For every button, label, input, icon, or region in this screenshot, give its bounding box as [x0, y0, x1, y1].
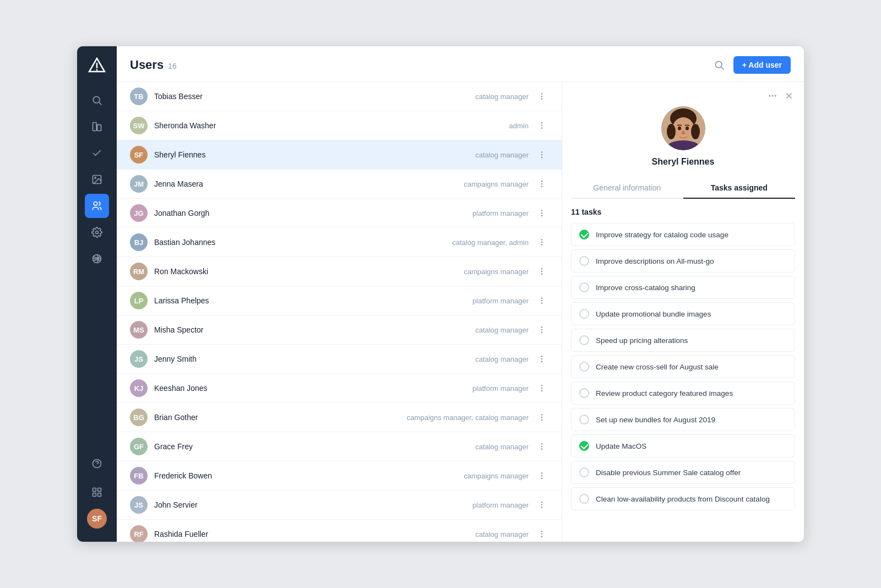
user-more-button[interactable] [535, 383, 548, 394]
sidebar-item-settings[interactable] [85, 220, 109, 244]
task-checkbox[interactable] [579, 309, 589, 319]
svg-point-39 [541, 271, 543, 273]
user-initials: TB [134, 92, 143, 101]
user-initials: JG [134, 209, 143, 217]
sidebar-item-tasks[interactable] [85, 141, 109, 165]
detail-tab-1[interactable]: Tasks assigned [683, 178, 796, 199]
task-checkbox[interactable] [579, 230, 589, 239]
user-more-button[interactable] [535, 412, 548, 423]
user-row[interactable]: FB Frederick Bowen campaigns manager [117, 461, 562, 491]
task-item[interactable]: Improve strategy for catalog code usage [571, 223, 795, 246]
svg-point-55 [541, 419, 543, 421]
task-item[interactable]: Set up new bundles for August 2019 [571, 408, 795, 431]
svg-point-59 [541, 472, 543, 474]
sidebar-item-help[interactable] [85, 451, 109, 476]
task-checkbox[interactable] [579, 362, 589, 372]
user-more-button[interactable] [535, 120, 548, 131]
sidebar-item-apps[interactable] [85, 480, 109, 504]
user-initials: LP [134, 297, 144, 305]
user-row[interactable]: GF Grace Frey catalog manager [117, 432, 562, 461]
user-initials: JS [134, 501, 143, 509]
sidebar-item-media[interactable] [85, 167, 109, 192]
svg-point-52 [541, 390, 543, 391]
user-row[interactable]: BJ Bastian Johannes catalog manager, adm… [117, 228, 562, 257]
task-checkbox[interactable] [579, 441, 589, 451]
task-item[interactable]: Create new cross-sell for August sale [571, 355, 795, 378]
user-more-button[interactable] [535, 470, 548, 481]
user-more-button[interactable] [535, 529, 548, 540]
task-item[interactable]: Review product category featured images [571, 382, 795, 405]
user-row[interactable]: TB Tobias Besser catalog manager [117, 82, 562, 111]
user-more-button[interactable] [535, 91, 548, 102]
task-item[interactable]: Update promotional bundle images [571, 302, 795, 325]
task-checkbox[interactable] [579, 256, 589, 266]
user-initials: BJ [134, 238, 144, 247]
search-button[interactable] [711, 57, 727, 73]
task-item[interactable]: Improve descriptions on All-must-go [571, 249, 795, 273]
sidebar-item-globe[interactable] [85, 247, 109, 271]
user-more-button[interactable] [535, 295, 548, 306]
user-more-button[interactable] [535, 324, 548, 335]
task-checkbox[interactable] [579, 282, 589, 292]
user-row[interactable]: JS Jenny Smith catalog manager [117, 345, 562, 374]
user-more-button[interactable] [535, 178, 548, 189]
svg-point-40 [541, 273, 543, 275]
sidebar-nav [85, 88, 109, 451]
user-row[interactable]: LP Larissa Phelpes platform manager [117, 286, 562, 315]
user-row[interactable]: JG Jonathan Gorgh platform manager [117, 199, 562, 228]
user-row[interactable]: SW Sheronda Washer admin [117, 111, 562, 140]
svg-point-57 [541, 446, 543, 448]
user-more-button[interactable] [535, 237, 548, 248]
user-more-button[interactable] [535, 441, 548, 452]
svg-point-47 [541, 356, 543, 357]
user-row[interactable]: RM Ron Mackowski campaigns manager [117, 257, 562, 286]
task-item[interactable]: Improve cross-catalog sharing [571, 276, 795, 299]
user-row[interactable]: MS Misha Spector catalog manager [117, 315, 562, 345]
svg-line-4 [99, 102, 102, 105]
sidebar-item-search[interactable] [85, 88, 109, 112]
user-row[interactable]: JM Jenna Masera campaigns manager [117, 170, 562, 199]
task-item[interactable]: Disable previous Summer Sale catalog off… [571, 461, 795, 484]
user-initials: KJ [134, 384, 144, 393]
detail-more-button[interactable] [766, 90, 779, 102]
user-avatar: SF [130, 146, 148, 164]
task-item[interactable]: Update MacOS [571, 434, 795, 458]
user-more-button[interactable] [535, 266, 548, 277]
svg-point-61 [541, 477, 543, 479]
user-role: catalog manager [475, 326, 529, 334]
user-row[interactable]: KJ Keeshan Jones platform manager [117, 374, 562, 403]
current-user-avatar[interactable]: SF [87, 509, 107, 529]
task-checkbox[interactable] [579, 415, 589, 424]
user-more-button[interactable] [535, 353, 548, 364]
add-user-button[interactable]: + Add user [733, 56, 791, 74]
user-more-button[interactable] [535, 149, 548, 160]
user-row[interactable]: SF Sheryl Fiennes catalog manager [117, 140, 562, 170]
user-initials: GF [134, 443, 144, 451]
user-row[interactable]: JS John Servier platform manager [117, 491, 562, 520]
app-logo[interactable] [86, 55, 108, 77]
user-row[interactable]: RF Rashida Fueller catalog manager [117, 520, 562, 542]
task-checkbox[interactable] [579, 467, 589, 477]
task-checkbox[interactable] [579, 388, 589, 398]
task-label: Set up new bundles for August 2019 [596, 416, 715, 424]
user-avatar: JM [130, 175, 148, 193]
task-item[interactable]: Clean low-availability products from Dis… [571, 487, 795, 510]
svg-point-81 [678, 127, 681, 130]
tasks-section: 11 tasks Improve strategy for catalog co… [562, 199, 804, 542]
task-checkbox[interactable] [579, 494, 589, 504]
detail-tab-0[interactable]: General information [571, 178, 683, 199]
sidebar-item-files[interactable] [85, 115, 109, 139]
task-checkbox[interactable] [579, 335, 589, 345]
user-name: Brian Gother [154, 413, 407, 422]
detail-close-button[interactable] [783, 90, 795, 102]
svg-point-36 [541, 242, 543, 243]
user-more-button[interactable] [535, 499, 548, 510]
task-item[interactable]: Speed up pricing alterations [571, 329, 795, 352]
user-row[interactable]: BG Brian Gother campaigns manager, catal… [117, 403, 562, 432]
user-avatar: KJ [130, 379, 148, 397]
user-role: campaigns manager [464, 180, 529, 188]
sidebar-item-users[interactable] [85, 194, 109, 218]
svg-point-33 [541, 213, 543, 214]
user-role: platform manager [472, 384, 529, 393]
user-more-button[interactable] [535, 208, 548, 219]
